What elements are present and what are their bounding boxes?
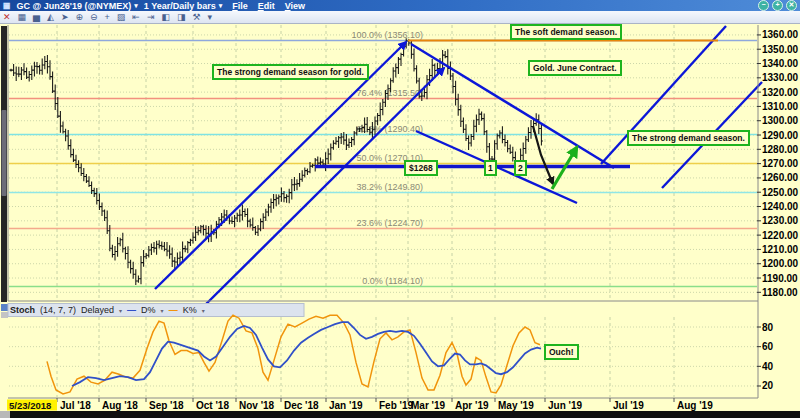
svg-text:1260.00: 1260.00 [762,172,799,183]
svg-text:20: 20 [762,380,774,391]
data-table-icon[interactable]: ▦ [18,12,27,23]
bar-chart-icon[interactable]: ▅ [33,12,40,23]
svg-text:1240.00: 1240.00 [762,201,799,212]
timeframe-dropdown-icon[interactable]: ▾ [219,2,223,10]
start-date-label: 5/23/2018 [9,400,51,411]
svg-text:May '19: May '19 [498,400,534,411]
bottom-bar [0,411,800,418]
close-chart-icon[interactable]: ✕ [3,12,11,23]
d-percent-dropdown-icon[interactable]: ▾ [161,307,164,314]
title-bar: ▦ GC @ Jun26'19 (@NYMEX) ▾ 1 Year/Daily … [0,0,800,11]
svg-text:100.0% (1356.10): 100.0% (1356.10) [351,30,423,40]
step-forward-icon[interactable]: ⇥ [147,12,155,23]
zoom-in-icon[interactable]: ⊕ [75,12,83,23]
k-percent-swatch: — [169,305,178,315]
svg-text:Jul '18: Jul '18 [60,400,91,411]
annotation-contract[interactable]: Gold. June Contract. [528,60,622,76]
svg-text:1270.00: 1270.00 [762,158,799,169]
svg-text:1280.00: 1280.00 [762,144,799,155]
k-percent-dropdown-icon[interactable]: ▾ [202,307,205,314]
svg-text:1310.00: 1310.00 [762,101,799,112]
annotation-marker-1[interactable]: 1 [484,160,497,176]
close-button[interactable]: ✕ [786,0,797,11]
window-icon: ▦ [3,1,11,10]
pointer-tool-icon[interactable]: ➤ [61,12,69,23]
zoom-out-icon[interactable]: ⊖ [90,12,98,23]
svg-text:Sep '18: Sep '18 [149,400,184,411]
d-percent-swatch: — [127,305,136,315]
menu-view[interactable]: View [285,1,305,11]
window-controls: −+✕ [758,0,797,11]
mountain-chart-icon[interactable]: ◭ [47,12,54,23]
notes-icon[interactable]: ▨ [117,12,126,23]
chart-canvas[interactable]: 100.0% (1356.10)76.4% (1315.50)61.8% (12… [0,0,800,418]
drawing-toolbar: ✕▦▅◭➤⊕⊖+▨⇤⇥◧◨⚒▾ [0,11,800,24]
menu-edit[interactable]: Edit [258,1,275,11]
svg-text:1350.00: 1350.00 [762,44,799,55]
svg-text:80: 80 [762,322,774,333]
pane-right-icon[interactable]: ◨ [177,12,186,23]
svg-text:1230.00: 1230.00 [762,215,799,226]
pane-left-icon[interactable]: ◧ [161,12,170,23]
svg-text:1300.00: 1300.00 [762,115,799,126]
svg-text:1210.00: 1210.00 [762,244,799,255]
svg-text:38.2% (1249.80): 38.2% (1249.80) [356,182,423,192]
svg-text:Aug '19: Aug '19 [677,400,713,411]
symbol-title[interactable]: GC @ Jun26'19 (@NYMEX) [17,1,132,11]
annotation-strong-demand[interactable]: The strong demand season. [627,130,750,146]
svg-text:1320.00: 1320.00 [762,87,799,98]
annotation-price-1268[interactable]: $1268 [404,160,438,176]
crosshair-icon[interactable]: + [105,12,110,23]
svg-text:1330.00: 1330.00 [762,72,799,83]
minimize-button[interactable]: − [758,0,769,11]
annotation-ouch[interactable]: Ouch! [544,344,579,360]
svg-text:1340.00: 1340.00 [762,58,799,69]
stoch-panel-header: Stoch (14, 7, 7) Delayed ▾ — D% ▾ — K% ▾ [10,304,205,316]
svg-text:Aug '18: Aug '18 [102,400,138,411]
d-percent-label: D% [141,305,156,315]
svg-text:Nov '18: Nov '18 [239,400,275,411]
svg-text:1180.00: 1180.00 [762,287,798,298]
tools-icon[interactable]: ⚒ [192,12,200,23]
annotation-marker-2[interactable]: 2 [514,160,527,176]
charting-app-window: 100.0% (1356.10)76.4% (1315.50)61.8% (12… [0,0,800,418]
svg-text:0.0% (1184.10): 0.0% (1184.10) [362,276,423,286]
svg-text:Jul '19: Jul '19 [613,400,644,411]
scrollbar-button-2[interactable] [1,312,8,318]
stoch-params: (14, 7, 7) [40,305,76,315]
svg-text:1360.00: 1360.00 [762,29,799,40]
svg-text:61.8% (1290.40): 61.8% (1290.40) [356,124,423,134]
svg-text:1290.00: 1290.00 [762,130,799,141]
svg-text:23.6% (1224.70): 23.6% (1224.70) [356,218,423,228]
k-percent-label: K% [183,305,197,315]
svg-text:Jun '19: Jun '19 [548,400,582,411]
annotation-soft-demand[interactable]: The soft demand season. [510,24,622,40]
tool-dropdown-icon[interactable]: ▾ [208,12,213,23]
svg-text:1220.00: 1220.00 [762,230,799,241]
svg-text:Apr '19: Apr '19 [455,400,489,411]
scrollbar-button-1[interactable] [1,304,8,311]
svg-text:1190.00: 1190.00 [762,273,798,284]
timeframe-selector[interactable]: 1 Year/Daily bars [144,1,216,11]
stoch-settings-dropdown-icon[interactable]: ▾ [119,307,122,314]
annotation-strong-demand-gold[interactable]: The strong demand season for gold. [212,64,369,80]
svg-text:1250.00: 1250.00 [762,187,799,198]
svg-text:Mar '19: Mar '19 [411,400,446,411]
svg-text:40: 40 [762,361,774,372]
scrollbar-thumb[interactable] [2,110,7,196]
svg-text:76.4% (1315.50): 76.4% (1315.50) [356,88,423,98]
stoch-label: Stoch [10,305,35,315]
svg-text:60: 60 [762,341,774,352]
svg-text:Jan '19: Jan '19 [329,400,363,411]
symbol-dropdown-icon[interactable]: ▾ [134,2,138,10]
resize-grip[interactable] [0,411,10,418]
svg-text:Dec '18: Dec '18 [284,400,319,411]
maximize-button[interactable]: + [772,0,783,11]
step-back-icon[interactable]: ⇤ [132,12,140,23]
svg-text:Oct '18: Oct '18 [196,400,229,411]
stoch-mode: Delayed [81,305,114,315]
svg-text:1200.00: 1200.00 [762,258,799,269]
menu-file[interactable]: File [232,1,248,11]
